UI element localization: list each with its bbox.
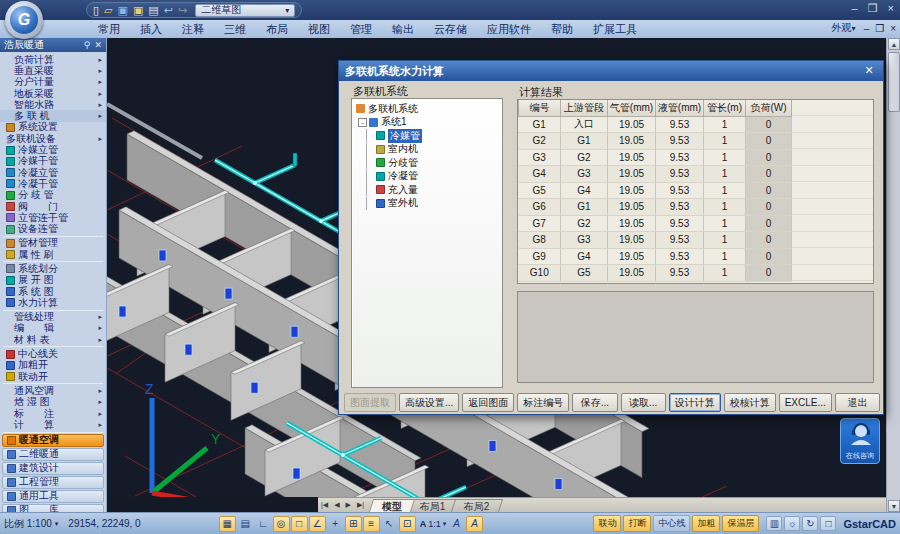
- tree-leaf-row[interactable]: 室外机: [352, 197, 502, 211]
- table-row[interactable]: G1入口19.059.5310: [519, 116, 792, 133]
- results-table-container[interactable]: 编号上游管段气管(mm)液管(mm)管长(m)负荷(W) G1入口19.059.…: [517, 99, 874, 284]
- close-icon[interactable]: ×: [888, 2, 894, 15]
- ribbon-tab[interactable]: 常用: [88, 21, 130, 38]
- toggle-off[interactable]: 中心线: [653, 515, 690, 532]
- redo-icon[interactable]: ↪: [178, 3, 187, 17]
- table-row[interactable]: G5G419.059.5310: [519, 182, 792, 199]
- toggle-on[interactable]: 打断: [623, 515, 651, 532]
- scrollbar-thumb[interactable]: [888, 52, 900, 112]
- app-logo-button[interactable]: G: [5, 1, 43, 39]
- ribbon-tab[interactable]: 布局: [256, 21, 298, 38]
- dialog-button[interactable]: 标注编号: [517, 393, 569, 412]
- bulb-icon[interactable]: ☼: [784, 516, 800, 531]
- anno-visibility-icon[interactable]: A: [448, 516, 465, 532]
- fill-mode-icon[interactable]: ▦: [219, 516, 236, 532]
- lineweight-icon[interactable]: ≡: [363, 516, 380, 532]
- save-as-icon[interactable]: ▣: [133, 3, 143, 17]
- ribbon-tab[interactable]: 云存储: [424, 21, 477, 38]
- tab-nav-arrow-icon[interactable]: ▶: [343, 498, 354, 512]
- fullscreen-icon[interactable]: □: [820, 516, 836, 531]
- dialog-button[interactable]: 高级设置...: [399, 393, 459, 412]
- dialog-button[interactable]: 设计计算: [669, 393, 721, 412]
- ribbon-minimize-icon[interactable]: –: [864, 23, 870, 34]
- sidebar-item[interactable]: 设备连管: [0, 223, 106, 234]
- collapse-icon[interactable]: -: [358, 118, 367, 127]
- online-consult-badge[interactable]: 在线咨询: [840, 418, 880, 464]
- tree-leaf-row[interactable]: 分歧管: [352, 156, 502, 170]
- auto-anno-icon[interactable]: A: [466, 516, 483, 532]
- table-row[interactable]: G10G519.059.5310: [519, 265, 792, 282]
- print-icon[interactable]: ▤: [148, 3, 158, 17]
- ribbon-tab[interactable]: 扩展工具: [583, 21, 647, 38]
- ribbon-tab[interactable]: 注释: [172, 21, 214, 38]
- dyn-input-icon[interactable]: ⊞: [345, 516, 362, 532]
- ribbon-tab[interactable]: 帮助: [541, 21, 583, 38]
- column-header[interactable]: 上游管段: [561, 100, 608, 116]
- sidebar-item[interactable]: 材 料 表▸: [0, 334, 106, 345]
- tab-nav-arrow-icon[interactable]: ◀: [331, 498, 342, 512]
- refresh-icon[interactable]: ↻: [802, 516, 818, 531]
- table-row[interactable]: G4G319.059.5310: [519, 166, 792, 183]
- pin-icon[interactable]: ⚲: [84, 40, 91, 50]
- system-tree[interactable]: 多联机系统-系统1冷媒管室内机分歧管冷凝管充入量室外机: [351, 98, 503, 388]
- dialog-button[interactable]: 校核计算: [724, 393, 776, 412]
- sidebar-item[interactable]: 建筑设计: [2, 462, 104, 475]
- column-header[interactable]: 编号: [519, 100, 561, 116]
- toggle-on[interactable]: 加粗: [692, 515, 720, 532]
- workspace-switch-icon[interactable]: ▥: [766, 516, 782, 531]
- grid-icon[interactable]: ▤: [237, 516, 254, 532]
- appearance-menu[interactable]: 外观▾: [832, 21, 856, 35]
- open-folder-icon[interactable]: ▱: [104, 3, 112, 17]
- toggle-on[interactable]: 保温层: [722, 515, 759, 532]
- sidebar-item[interactable]: 计 算▸: [0, 419, 106, 430]
- select-cycle-icon[interactable]: ↖: [381, 516, 398, 532]
- sidebar-item[interactable]: 联动开: [0, 371, 106, 382]
- table-row[interactable]: G9G419.059.5310: [519, 248, 792, 265]
- sidebar-item[interactable]: 图 库: [2, 504, 104, 513]
- table-row[interactable]: G7G219.059.5310: [519, 215, 792, 232]
- undo-icon[interactable]: ↩: [164, 3, 173, 17]
- restore-icon[interactable]: ❐: [868, 2, 878, 15]
- tree-leaf-row[interactable]: 充入量: [352, 183, 502, 197]
- tab-nav-arrow-icon[interactable]: ▶|: [354, 498, 367, 512]
- column-header[interactable]: 气管(mm): [608, 100, 656, 116]
- sidebar-item[interactable]: 通用工具: [2, 490, 104, 503]
- annotation-scale-dropdown[interactable]: A 1:1 ▾: [420, 519, 447, 529]
- workspace-dropdown[interactable]: 二维草图 ▾: [195, 4, 295, 17]
- toggle-on[interactable]: 联动: [593, 515, 621, 532]
- ribbon-tab[interactable]: 应用软件: [477, 21, 541, 38]
- polar-icon[interactable]: ◎: [273, 516, 290, 532]
- angle-snap-icon[interactable]: ∠: [309, 516, 326, 532]
- layout-tab[interactable]: 模型: [369, 499, 415, 512]
- ribbon-tab[interactable]: 视图: [298, 21, 340, 38]
- sidebar-item[interactable]: 二维暖通: [2, 448, 104, 461]
- tree-leaf-row[interactable]: 冷媒管: [352, 129, 502, 143]
- close-icon[interactable]: ✕: [94, 40, 102, 50]
- tab-nav-arrow-icon[interactable]: |◀: [318, 498, 331, 512]
- osnap-icon[interactable]: □: [291, 516, 308, 532]
- quick-view-icon[interactable]: ⊡: [399, 516, 416, 532]
- snap-icon[interactable]: +: [327, 516, 344, 532]
- ribbon-close-icon[interactable]: ×: [890, 23, 896, 34]
- dialog-button[interactable]: 读取...: [621, 393, 666, 412]
- table-row[interactable]: G6G119.059.5310: [519, 199, 792, 216]
- scroll-up-icon[interactable]: ▲: [888, 38, 900, 50]
- scroll-down-icon[interactable]: ▼: [888, 500, 900, 512]
- sidebar-item[interactable]: 暖通空调: [2, 434, 104, 447]
- table-row[interactable]: G2G119.059.5310: [519, 133, 792, 150]
- table-row[interactable]: G3G219.059.5310: [519, 149, 792, 166]
- dialog-button[interactable]: 返回图面: [462, 393, 514, 412]
- sidebar-item[interactable]: 工程管理: [2, 476, 104, 489]
- sidebar-item[interactable]: 水力计算: [0, 297, 106, 308]
- table-row[interactable]: G8G319.059.5310: [519, 232, 792, 249]
- sidebar-item[interactable]: 属 性 刷: [0, 249, 106, 260]
- minimize-icon[interactable]: –: [852, 2, 858, 15]
- dialog-button[interactable]: 退出: [835, 393, 880, 412]
- layout-tab[interactable]: 布局2: [451, 499, 503, 512]
- column-header[interactable]: 液管(mm): [656, 100, 704, 116]
- ortho-icon[interactable]: ∟: [255, 516, 272, 532]
- new-file-icon[interactable]: ▯: [93, 3, 99, 17]
- dialog-close-button[interactable]: ✕: [861, 64, 877, 78]
- dialog-button[interactable]: EXCLE...: [779, 393, 832, 412]
- ribbon-tab[interactable]: 输出: [382, 21, 424, 38]
